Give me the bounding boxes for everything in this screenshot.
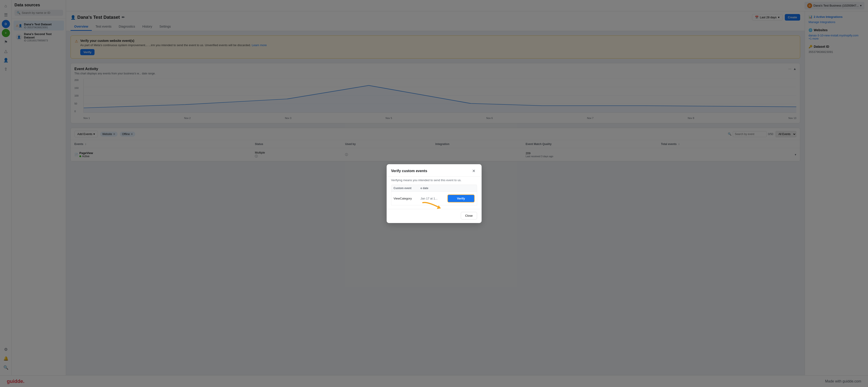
modal-subtitle: Verifying means you intended to send thi… xyxy=(386,177,482,184)
modal-event-date: Jan 17 at 1... xyxy=(421,197,447,200)
modal-close-x[interactable]: ✕ xyxy=(471,168,477,174)
modal-body: Custom event e date ViewCategory Jan 17 … xyxy=(386,184,482,209)
modal-table-row: ViewCategory Jan 17 at 1... Verify xyxy=(391,191,477,205)
modal-close-button[interactable]: Close xyxy=(461,212,477,219)
modal-col-event: Custom event xyxy=(394,187,421,190)
modal-col-action xyxy=(447,187,474,190)
modal-footer: Close xyxy=(386,209,482,223)
modal-table-header: Custom event e date xyxy=(391,184,477,191)
modal-header: Verify custom events ✕ xyxy=(386,164,482,177)
verify-modal: Verify custom events ✕ Verifying means y… xyxy=(386,164,482,223)
modal-verify-button[interactable]: Verify xyxy=(447,195,474,203)
modal-title: Verify custom events xyxy=(391,169,427,173)
modal-overlay: Verify custom events ✕ Verifying means y… xyxy=(0,0,868,387)
modal-col-date: e date xyxy=(421,187,447,190)
modal-event-name: ViewCategory xyxy=(394,197,421,200)
